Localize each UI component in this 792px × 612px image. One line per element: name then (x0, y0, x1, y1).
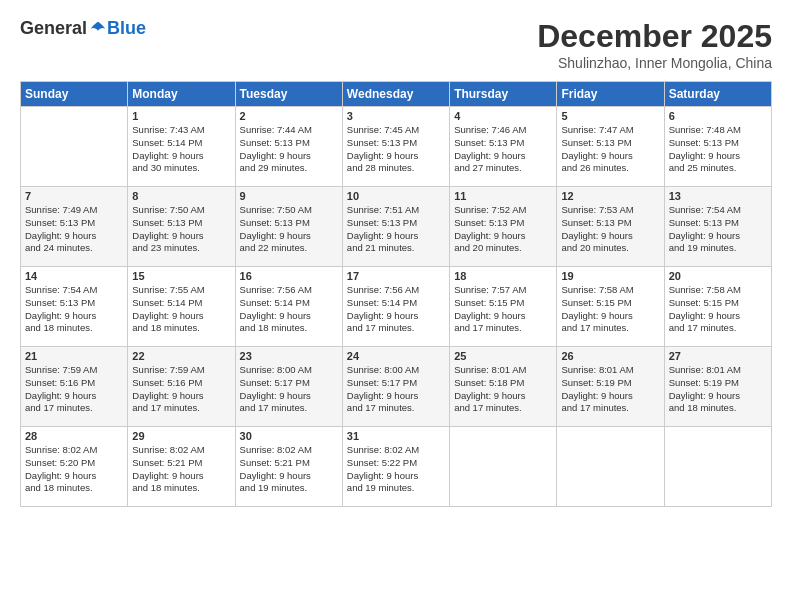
day-info: Sunrise: 7:45 AM Sunset: 5:13 PM Dayligh… (347, 124, 445, 175)
day-number: 18 (454, 270, 552, 282)
day-number: 16 (240, 270, 338, 282)
day-number: 19 (561, 270, 659, 282)
calendar-day-cell (450, 427, 557, 507)
day-number: 26 (561, 350, 659, 362)
day-info: Sunrise: 8:02 AM Sunset: 5:22 PM Dayligh… (347, 444, 445, 495)
header: General Blue December 2025 Shulinzhao, I… (20, 18, 772, 71)
day-info: Sunrise: 7:53 AM Sunset: 5:13 PM Dayligh… (561, 204, 659, 255)
calendar-week-row: 7Sunrise: 7:49 AM Sunset: 5:13 PM Daylig… (21, 187, 772, 267)
day-info: Sunrise: 7:56 AM Sunset: 5:14 PM Dayligh… (347, 284, 445, 335)
logo: General Blue (20, 18, 146, 39)
day-number: 3 (347, 110, 445, 122)
day-number: 12 (561, 190, 659, 202)
day-number: 8 (132, 190, 230, 202)
calendar-day-cell (21, 107, 128, 187)
calendar-day-cell: 15Sunrise: 7:55 AM Sunset: 5:14 PM Dayli… (128, 267, 235, 347)
calendar-day-cell: 9Sunrise: 7:50 AM Sunset: 5:13 PM Daylig… (235, 187, 342, 267)
calendar-day-cell: 8Sunrise: 7:50 AM Sunset: 5:13 PM Daylig… (128, 187, 235, 267)
calendar-day-header: Wednesday (342, 82, 449, 107)
day-number: 4 (454, 110, 552, 122)
day-info: Sunrise: 7:58 AM Sunset: 5:15 PM Dayligh… (561, 284, 659, 335)
day-info: Sunrise: 7:46 AM Sunset: 5:13 PM Dayligh… (454, 124, 552, 175)
day-info: Sunrise: 7:54 AM Sunset: 5:13 PM Dayligh… (25, 284, 123, 335)
day-info: Sunrise: 7:55 AM Sunset: 5:14 PM Dayligh… (132, 284, 230, 335)
day-info: Sunrise: 7:52 AM Sunset: 5:13 PM Dayligh… (454, 204, 552, 255)
day-info: Sunrise: 8:00 AM Sunset: 5:17 PM Dayligh… (240, 364, 338, 415)
calendar-day-cell: 28Sunrise: 8:02 AM Sunset: 5:20 PM Dayli… (21, 427, 128, 507)
calendar-day-cell: 13Sunrise: 7:54 AM Sunset: 5:13 PM Dayli… (664, 187, 771, 267)
calendar-day-cell: 19Sunrise: 7:58 AM Sunset: 5:15 PM Dayli… (557, 267, 664, 347)
day-number: 27 (669, 350, 767, 362)
calendar-week-row: 21Sunrise: 7:59 AM Sunset: 5:16 PM Dayli… (21, 347, 772, 427)
day-info: Sunrise: 8:02 AM Sunset: 5:20 PM Dayligh… (25, 444, 123, 495)
day-number: 21 (25, 350, 123, 362)
calendar-day-cell: 25Sunrise: 8:01 AM Sunset: 5:18 PM Dayli… (450, 347, 557, 427)
day-info: Sunrise: 8:01 AM Sunset: 5:19 PM Dayligh… (669, 364, 767, 415)
calendar-day-cell (664, 427, 771, 507)
calendar-day-cell: 12Sunrise: 7:53 AM Sunset: 5:13 PM Dayli… (557, 187, 664, 267)
day-info: Sunrise: 8:01 AM Sunset: 5:19 PM Dayligh… (561, 364, 659, 415)
day-number: 14 (25, 270, 123, 282)
calendar-day-cell: 21Sunrise: 7:59 AM Sunset: 5:16 PM Dayli… (21, 347, 128, 427)
calendar-day-header: Monday (128, 82, 235, 107)
calendar-week-row: 28Sunrise: 8:02 AM Sunset: 5:20 PM Dayli… (21, 427, 772, 507)
day-number: 6 (669, 110, 767, 122)
day-number: 25 (454, 350, 552, 362)
day-number: 9 (240, 190, 338, 202)
calendar-day-cell: 30Sunrise: 8:02 AM Sunset: 5:21 PM Dayli… (235, 427, 342, 507)
day-number: 15 (132, 270, 230, 282)
calendar-day-header: Saturday (664, 82, 771, 107)
logo-blue-text: Blue (107, 18, 146, 39)
day-info: Sunrise: 8:00 AM Sunset: 5:17 PM Dayligh… (347, 364, 445, 415)
day-info: Sunrise: 7:54 AM Sunset: 5:13 PM Dayligh… (669, 204, 767, 255)
day-info: Sunrise: 8:01 AM Sunset: 5:18 PM Dayligh… (454, 364, 552, 415)
calendar-day-header: Tuesday (235, 82, 342, 107)
calendar-day-cell: 4Sunrise: 7:46 AM Sunset: 5:13 PM Daylig… (450, 107, 557, 187)
calendar-day-cell: 23Sunrise: 8:00 AM Sunset: 5:17 PM Dayli… (235, 347, 342, 427)
calendar-day-cell (557, 427, 664, 507)
calendar-day-cell: 31Sunrise: 8:02 AM Sunset: 5:22 PM Dayli… (342, 427, 449, 507)
day-info: Sunrise: 7:51 AM Sunset: 5:13 PM Dayligh… (347, 204, 445, 255)
day-number: 10 (347, 190, 445, 202)
calendar-day-cell: 10Sunrise: 7:51 AM Sunset: 5:13 PM Dayli… (342, 187, 449, 267)
day-number: 24 (347, 350, 445, 362)
calendar-day-cell: 24Sunrise: 8:00 AM Sunset: 5:17 PM Dayli… (342, 347, 449, 427)
calendar-day-cell: 11Sunrise: 7:52 AM Sunset: 5:13 PM Dayli… (450, 187, 557, 267)
calendar-day-cell: 3Sunrise: 7:45 AM Sunset: 5:13 PM Daylig… (342, 107, 449, 187)
day-info: Sunrise: 7:56 AM Sunset: 5:14 PM Dayligh… (240, 284, 338, 335)
calendar-day-cell: 17Sunrise: 7:56 AM Sunset: 5:14 PM Dayli… (342, 267, 449, 347)
calendar-day-cell: 7Sunrise: 7:49 AM Sunset: 5:13 PM Daylig… (21, 187, 128, 267)
day-number: 28 (25, 430, 123, 442)
day-info: Sunrise: 7:58 AM Sunset: 5:15 PM Dayligh… (669, 284, 767, 335)
day-number: 20 (669, 270, 767, 282)
calendar-day-header: Sunday (21, 82, 128, 107)
calendar-day-cell: 27Sunrise: 8:01 AM Sunset: 5:19 PM Dayli… (664, 347, 771, 427)
calendar-day-cell: 6Sunrise: 7:48 AM Sunset: 5:13 PM Daylig… (664, 107, 771, 187)
day-number: 11 (454, 190, 552, 202)
calendar-day-cell: 16Sunrise: 7:56 AM Sunset: 5:14 PM Dayli… (235, 267, 342, 347)
calendar-table: SundayMondayTuesdayWednesdayThursdayFrid… (20, 81, 772, 507)
day-number: 1 (132, 110, 230, 122)
day-number: 23 (240, 350, 338, 362)
day-info: Sunrise: 7:50 AM Sunset: 5:13 PM Dayligh… (132, 204, 230, 255)
calendar-day-cell: 1Sunrise: 7:43 AM Sunset: 5:14 PM Daylig… (128, 107, 235, 187)
month-title: December 2025 (537, 18, 772, 55)
logo-general-text: General (20, 18, 87, 39)
day-info: Sunrise: 7:47 AM Sunset: 5:13 PM Dayligh… (561, 124, 659, 175)
day-number: 31 (347, 430, 445, 442)
logo-bird-icon (89, 20, 107, 38)
day-number: 29 (132, 430, 230, 442)
page-container: General Blue December 2025 Shulinzhao, I… (0, 0, 792, 517)
calendar-day-cell: 18Sunrise: 7:57 AM Sunset: 5:15 PM Dayli… (450, 267, 557, 347)
day-info: Sunrise: 7:59 AM Sunset: 5:16 PM Dayligh… (132, 364, 230, 415)
day-number: 22 (132, 350, 230, 362)
calendar-day-cell: 5Sunrise: 7:47 AM Sunset: 5:13 PM Daylig… (557, 107, 664, 187)
day-info: Sunrise: 7:49 AM Sunset: 5:13 PM Dayligh… (25, 204, 123, 255)
location-text: Shulinzhao, Inner Mongolia, China (537, 55, 772, 71)
day-info: Sunrise: 7:57 AM Sunset: 5:15 PM Dayligh… (454, 284, 552, 335)
day-number: 17 (347, 270, 445, 282)
calendar-week-row: 1Sunrise: 7:43 AM Sunset: 5:14 PM Daylig… (21, 107, 772, 187)
day-number: 7 (25, 190, 123, 202)
calendar-day-cell: 20Sunrise: 7:58 AM Sunset: 5:15 PM Dayli… (664, 267, 771, 347)
day-info: Sunrise: 7:44 AM Sunset: 5:13 PM Dayligh… (240, 124, 338, 175)
